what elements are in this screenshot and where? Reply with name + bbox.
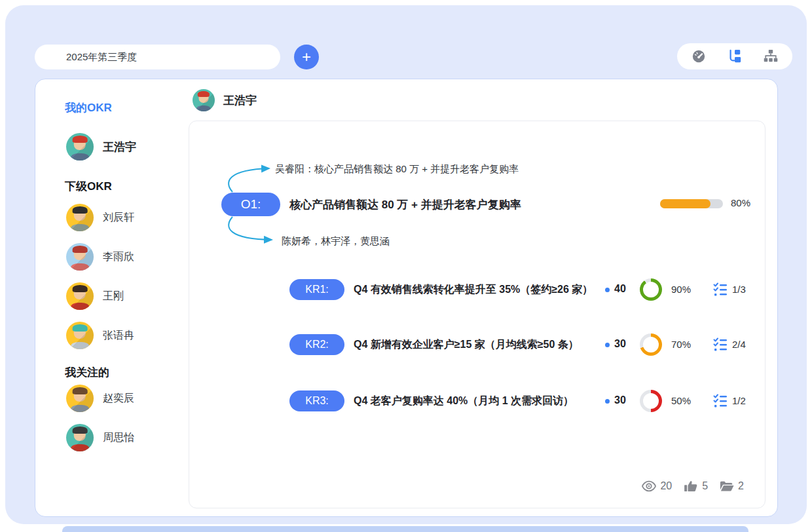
view-switcher	[677, 43, 792, 69]
user-name: 周思怡	[103, 431, 134, 445]
kr-row[interactable]: KR3: Q4 老客户复购率达 40%（月均 1 次需求回访） 30 50% 1…	[189, 390, 765, 413]
add-objective-button[interactable]: +	[294, 45, 319, 69]
owner-name: 王浩宇	[223, 93, 257, 108]
user-name: 刘辰轩	[103, 211, 134, 225]
views-count: 20	[660, 480, 672, 492]
org-chart-icon[interactable]	[764, 49, 778, 64]
likes-stat: 5	[684, 480, 708, 492]
kr-row[interactable]: KR2: Q4 新增有效企业客户≥15 家（月均线索≥50 条） 30 70% …	[189, 334, 765, 356]
eye-icon	[642, 480, 656, 492]
kr-task-count: 2/4	[732, 339, 746, 350]
user-name: 王浩宇	[103, 140, 136, 155]
kr-id-pill[interactable]: KR1:	[289, 279, 344, 300]
objective-title[interactable]: 核心产品销售额达 80 万 + 并提升老客户复购率	[289, 197, 521, 212]
objective-progress-label: 80%	[731, 197, 750, 208]
kr-title: Q4 有效销售线索转化率提升至 35%（签约≥26 家）	[354, 283, 593, 297]
okr-card: 吴睿阳：核心产品销售额达 80 万 + 并提升老客户复购率 O1: 核心产品销售…	[189, 121, 766, 508]
avatar	[66, 204, 94, 231]
folder-icon	[720, 480, 734, 492]
avatar	[66, 385, 94, 412]
next-section-peek	[62, 526, 748, 532]
weight-dot	[605, 343, 610, 347]
sidebar-subordinates-header: 下级OKR	[65, 179, 112, 194]
user-name: 张语冉	[103, 329, 134, 343]
kr-row[interactable]: KR1: Q4 有效销售线索转化率提升至 35%（签约≥26 家） 40 90%…	[189, 279, 765, 301]
aligned-parent-objective[interactable]: 吴睿阳：核心产品销售额达 80 万 + 并提升老客户复购率	[275, 163, 519, 176]
folders-stat: 2	[720, 480, 744, 492]
sidebar-following-header: 我关注的	[65, 365, 109, 380]
gauge-icon[interactable]	[692, 49, 706, 64]
tree-view-icon[interactable]	[728, 49, 742, 64]
user-name: 李雨欣	[103, 250, 134, 264]
sidebar-item-subordinate[interactable]: 王刚	[66, 282, 124, 310]
okr-stats: 20 5 2	[642, 480, 744, 492]
folders-count: 2	[738, 480, 744, 492]
task-list-icon[interactable]	[713, 282, 728, 297]
kr-id-pill[interactable]: KR3:	[289, 390, 344, 411]
owner-header: 王浩宇	[193, 89, 257, 111]
weight-dot	[605, 288, 610, 292]
weight-dot	[605, 399, 610, 404]
objective-id-pill[interactable]: O1:	[221, 193, 280, 216]
views-stat: 20	[642, 480, 672, 492]
user-name: 王刚	[103, 290, 124, 303]
avatar	[66, 282, 94, 310]
objective-progress-bar	[660, 199, 723, 208]
period-input[interactable]	[35, 45, 280, 69]
sidebar-item-me[interactable]: 王浩宇	[66, 133, 136, 161]
kr-progress-label: 50%	[671, 395, 691, 406]
user-name: 赵奕辰	[103, 392, 134, 406]
avatar	[66, 243, 94, 271]
kr-id-pill[interactable]: KR2:	[289, 334, 344, 355]
okr-app-canvas: + 我的OKR	[5, 5, 807, 524]
sidebar-my-okr-link[interactable]: 我的OKR	[65, 100, 112, 115]
avatar	[66, 133, 94, 161]
sidebar-item-following[interactable]: 周思怡	[66, 424, 134, 451]
collaborators-text[interactable]: 陈妍希，林宇泽，黄思涵	[282, 235, 390, 248]
kr-task-count: 1/3	[732, 284, 746, 295]
kr-title: Q4 新增有效企业客户≥15 家（月均线索≥50 条）	[354, 338, 579, 352]
okr-panel: 我的OKR 王浩宇 下级OKR 刘辰轩 李雨欣	[35, 79, 778, 517]
sidebar-item-subordinate[interactable]: 刘辰轩	[66, 204, 134, 231]
task-list-icon[interactable]	[713, 337, 728, 352]
likes-count: 5	[702, 480, 708, 492]
thumbs-up-icon[interactable]	[684, 480, 698, 492]
kr-weight: 30	[614, 394, 626, 406]
kr-task-count: 1/2	[732, 395, 746, 406]
kr-weight: 40	[614, 283, 626, 295]
objective-progress-fill	[660, 199, 710, 208]
kr-title: Q4 老客户复购率达 40%（月均 1 次需求回访）	[354, 394, 574, 408]
kr-progress-label: 70%	[671, 339, 691, 350]
avatar	[66, 424, 94, 451]
task-list-icon[interactable]	[713, 394, 728, 408]
kr-progress-ring	[640, 333, 662, 356]
kr-progress-ring	[640, 390, 662, 412]
sidebar-item-subordinate[interactable]: 张语冉	[66, 322, 134, 349]
sidebar-item-following[interactable]: 赵奕辰	[66, 385, 134, 412]
sidebar-item-subordinate[interactable]: 李雨欣	[66, 243, 134, 271]
avatar	[66, 322, 94, 349]
kr-progress-label: 90%	[671, 284, 691, 295]
kr-progress-ring	[640, 278, 662, 301]
kr-weight: 30	[614, 338, 626, 350]
avatar	[193, 89, 215, 111]
